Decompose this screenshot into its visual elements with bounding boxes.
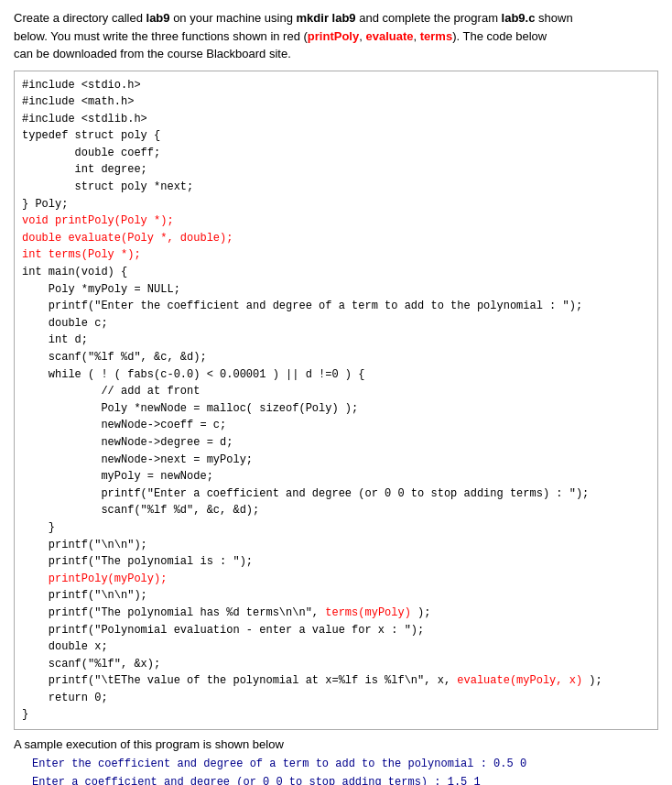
intro-text-3: and complete the program xyxy=(356,11,502,25)
code-line-printpoly: void printPoly(Poly *); xyxy=(22,214,174,227)
intro-paragraph: Create a directory called lab9 on your m… xyxy=(14,9,658,63)
printpoly-ref: printPoly xyxy=(308,29,359,43)
sample-section: A sample execution of this program is sh… xyxy=(14,737,658,785)
code-line-1: #include <stdio.h> #include <math.h> #in… xyxy=(22,79,193,211)
code-line-terms: int terms(Poly *); xyxy=(22,248,141,261)
code-evaluate-call: evaluate(myPoly, x) xyxy=(457,674,582,687)
lab9c-bold: lab9.c xyxy=(502,11,536,25)
code-line-evaluate: double evaluate(Poly *, double); xyxy=(22,232,233,245)
terms-ref: terms xyxy=(420,29,452,43)
mkdir-bold: mkdir lab9 xyxy=(297,11,356,25)
code-block: #include <stdio.h> #include <math.h> #in… xyxy=(14,71,658,731)
code-line-main: int main(void) { Poly *myPoly = NULL; pr… xyxy=(22,266,589,568)
sample-title: A sample execution of this program is sh… xyxy=(14,737,658,751)
evaluate-ref: evaluate xyxy=(365,29,413,43)
intro-text-2: on your machine using xyxy=(170,11,297,25)
lab9-bold: lab9 xyxy=(146,11,170,25)
code-terms-call: terms(myPoly) xyxy=(325,606,411,619)
comma2: , xyxy=(413,29,419,43)
code-line-printpoly-call: printPoly(myPoly); xyxy=(22,572,167,585)
code-line-after-print: printf("\n\n"); printf("The polynomial h… xyxy=(22,589,325,619)
sample-output: Enter the coefficient and degree of a te… xyxy=(32,755,658,785)
sample-line-1: Enter the coefficient and degree of a te… xyxy=(32,758,526,770)
intro-text-1: Create a directory called xyxy=(14,11,146,25)
sample-line-2: Enter a coefficient and degree (or 0 0 t… xyxy=(32,776,481,785)
